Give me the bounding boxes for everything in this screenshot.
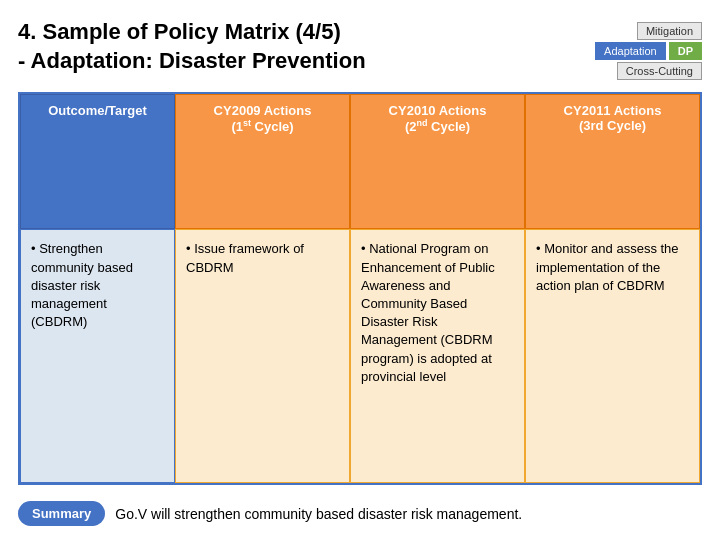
cy2011-header-line2: (3rd Cycle) [579,118,646,133]
header-area: 4. Sample of Policy Matrix (4/5) - Adapt… [18,18,702,80]
tab-adaptation[interactable]: Adaptation [595,42,666,60]
tab-dp[interactable]: DP [669,42,702,60]
title-line1: 4. Sample of Policy Matrix (4/5) [18,19,341,44]
summary-text: Go.V will strengthen community based dis… [115,506,522,522]
col-cy2010-header: CY2010 Actions (2nd Cycle) [350,94,525,229]
title-line2: - Adaptation: Disaster Prevention [18,48,366,73]
col-outcome-header: Outcome/Target [20,94,175,229]
cy2010-header-line2: (2nd Cycle) [405,119,470,134]
cy2009-cell: • Issue framework of CBDRM [175,229,350,483]
policy-matrix-table: Outcome/Target CY2009 Actions (1st Cycle… [18,92,702,485]
page-title: 4. Sample of Policy Matrix (4/5) - Adapt… [18,18,595,75]
tab-row-bot: Cross-Cutting [617,62,702,80]
summary-label: Summary [18,501,105,526]
cy2009-header-line1: CY2009 Actions [214,103,312,118]
cy2009-header-line2: (1st Cycle) [231,119,293,134]
tab-mitigation[interactable]: Mitigation [637,22,702,40]
cy2011-header-line1: CY2011 Actions [564,103,662,118]
col-cy2011-header: CY2011 Actions (3rd Cycle) [525,94,700,229]
tab-row-top: Mitigation [637,22,702,40]
tab-row-mid: Adaptation DP [595,42,702,60]
outcome-cell: • Strengthen community based disaster ri… [20,229,175,483]
tab-group: Mitigation Adaptation DP Cross-Cutting [595,22,702,80]
cy2010-header-line1: CY2010 Actions [389,103,487,118]
col-cy2009-header: CY2009 Actions (1st Cycle) [175,94,350,229]
tab-cross-cutting[interactable]: Cross-Cutting [617,62,702,80]
cy2010-cell: • National Program on Enhancement of Pub… [350,229,525,483]
cy2011-cell: • Monitor and assess the implementation … [525,229,700,483]
summary-bar: Summary Go.V will strengthen community b… [18,501,702,526]
